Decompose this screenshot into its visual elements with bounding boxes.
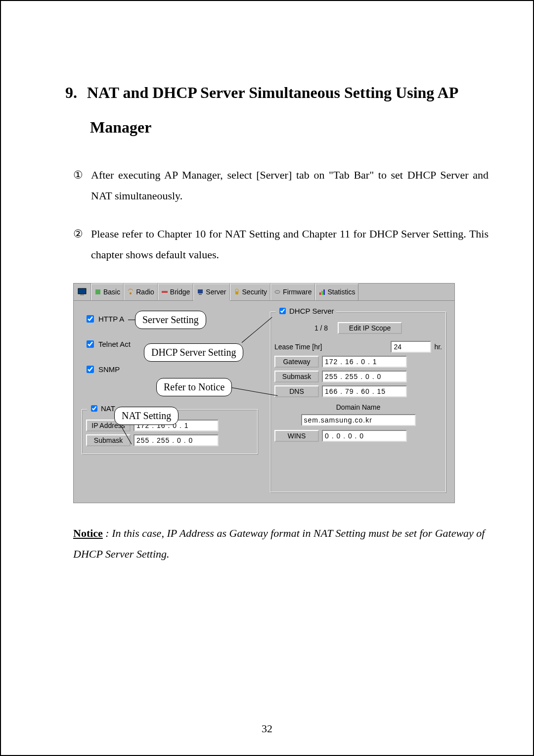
callout-nat-setting: NAT Setting [114, 407, 178, 425]
list-text: Please refer to Chapter 10 for NAT Setti… [91, 224, 489, 265]
tab-bar: Basic Radio Bridge Server Security Firmw… [74, 284, 454, 301]
lease-time-input[interactable]: 24 [391, 341, 431, 353]
dhcp-legend-text: DHCP Server [289, 307, 334, 315]
submask-label: Submask [86, 434, 131, 446]
svg-point-8 [275, 290, 280, 293]
svg-rect-9 [319, 292, 321, 295]
svg-rect-7 [235, 291, 238, 294]
basic-icon [94, 288, 101, 295]
server-icon [197, 288, 204, 295]
http-checkbox[interactable] [87, 315, 94, 323]
callout-dhcp-server-setting: DHCP Server Setting [144, 343, 243, 362]
gateway-label: Gateway [274, 356, 319, 368]
svg-rect-0 [78, 288, 86, 294]
nat-legend: NAT [87, 404, 117, 413]
scope-counter: 1 / 8 [314, 324, 328, 332]
app-icon [74, 284, 91, 300]
heading-number: 9. [65, 84, 77, 101]
tab-firmware[interactable]: Firmware [270, 284, 315, 300]
lease-time-label: Lease Time [hr] [274, 343, 388, 351]
statistics-icon [318, 288, 325, 295]
svg-rect-5 [198, 289, 203, 293]
tab-label: Statistics [327, 288, 355, 296]
svg-rect-4 [162, 291, 168, 293]
security-icon [233, 288, 240, 295]
tab-security[interactable]: Security [230, 284, 271, 300]
dhcp-submask-row: Submask 255 . 255 . 0 . 0 [274, 371, 442, 382]
dhcp-submask-input[interactable]: 255 . 255 . 0 . 0 [322, 371, 407, 382]
nat-submask-input[interactable]: 255 . 255 . 0 . 0 [134, 434, 219, 446]
dhcp-checkbox[interactable] [279, 308, 286, 314]
notice-text: : In this case, IP Address as Gateway fo… [73, 527, 485, 560]
tab-label: Firmware [283, 288, 312, 296]
list-text: After executing AP Manager, select [Serv… [91, 165, 489, 206]
domain-name-input[interactable]: sem.samsung.co.kr [301, 414, 416, 426]
page-number: 32 [1, 722, 533, 735]
tab-label: Server [206, 288, 226, 296]
tab-bridge[interactable]: Bridge [158, 284, 193, 300]
left-column: HTTP A Telnet Act SNMP NAT IP A [80, 309, 260, 495]
list-item: ① After executing AP Manager, select [Se… [73, 165, 489, 206]
gateway-input[interactable]: 172 . 16 . 0 . 1 [322, 356, 407, 368]
callout-refer-notice: Refer to Notice [156, 378, 232, 396]
dhcp-fieldset: DHCP Server 1 / 8 Edit IP Scope Lease Ti… [270, 312, 446, 493]
svg-rect-2 [95, 289, 100, 294]
heading-text: NAT and DHCP Server Simultaneous Setting… [87, 84, 457, 136]
snmp-checkbox[interactable] [87, 366, 94, 373]
callout-server-setting: Server Setting [135, 311, 206, 329]
tab-label: Bridge [170, 288, 190, 296]
notice-paragraph: Notice : In this case, IP Address as Gat… [73, 523, 489, 565]
wins-label: WINS [274, 430, 319, 442]
domain-row: Domain Name [274, 403, 442, 411]
notice-label: Notice [73, 527, 103, 539]
svg-rect-1 [80, 294, 84, 295]
svg-rect-6 [199, 294, 202, 295]
lease-unit: hr. [434, 343, 442, 351]
tab-statistics[interactable]: Statistics [315, 284, 358, 300]
wins-input[interactable]: 0 . 0 . 0 . 0 [322, 430, 407, 442]
svg-point-3 [130, 292, 132, 294]
ap-manager-window: Basic Radio Bridge Server Security Firmw… [73, 283, 455, 503]
firmware-icon [274, 288, 281, 295]
tab-server[interactable]: Server [193, 284, 229, 301]
edit-ip-scope-button[interactable]: Edit IP Scope [338, 322, 402, 334]
nat-checkbox[interactable] [91, 405, 97, 412]
snmp-checkbox-row: SNMP [85, 364, 260, 375]
tab-label: Basic [103, 288, 120, 296]
right-column: DHCP Server 1 / 8 Edit IP Scope Lease Ti… [268, 309, 448, 495]
dhcp-submask-label: Submask [274, 371, 319, 382]
document-page: 9.NAT and DHCP Server Simultaneous Setti… [0, 0, 534, 756]
instruction-list: ① After executing AP Manager, select [Se… [73, 165, 489, 265]
dns-label: DNS [274, 385, 319, 397]
dns-row: DNS 166 . 79 . 60 . 15 [274, 385, 442, 397]
gateway-row: Gateway 172 . 16 . 0 . 1 [274, 356, 442, 368]
list-item: ② Please refer to Chapter 10 for NAT Set… [73, 224, 489, 265]
snmp-label: SNMP [98, 365, 120, 374]
domain-value-row: sem.samsung.co.kr [274, 414, 442, 426]
tab-label: Radio [136, 288, 154, 296]
http-label: HTTP A [98, 315, 124, 323]
wins-row: WINS 0 . 0 . 0 . 0 [274, 430, 442, 442]
list-marker: ① [73, 165, 91, 206]
radio-icon [127, 288, 134, 295]
bridge-icon [161, 288, 168, 295]
list-marker: ② [73, 224, 91, 265]
telnet-checkbox[interactable] [87, 340, 94, 348]
monitor-icon [78, 287, 87, 296]
tab-radio[interactable]: Radio [124, 284, 158, 300]
telnet-label: Telnet Act [98, 340, 131, 348]
tab-label: Security [242, 288, 267, 296]
dhcp-legend: DHCP Server [275, 306, 336, 316]
svg-rect-10 [321, 291, 323, 295]
server-panel: HTTP A Telnet Act SNMP NAT IP A [74, 301, 454, 503]
nat-legend-text: NAT [101, 404, 115, 413]
svg-rect-11 [323, 289, 325, 295]
tab-basic[interactable]: Basic [91, 284, 124, 300]
dns-input[interactable]: 166 . 79 . 60 . 15 [322, 385, 407, 397]
nat-submask-row: Submask 255 . 255 . 0 . 0 [86, 434, 254, 446]
domain-name-label: Domain Name [336, 403, 380, 411]
section-heading: 9.NAT and DHCP Server Simultaneous Setti… [65, 75, 489, 145]
scope-row: 1 / 8 Edit IP Scope [274, 322, 442, 334]
lease-row: Lease Time [hr] 24 hr. [274, 341, 442, 353]
